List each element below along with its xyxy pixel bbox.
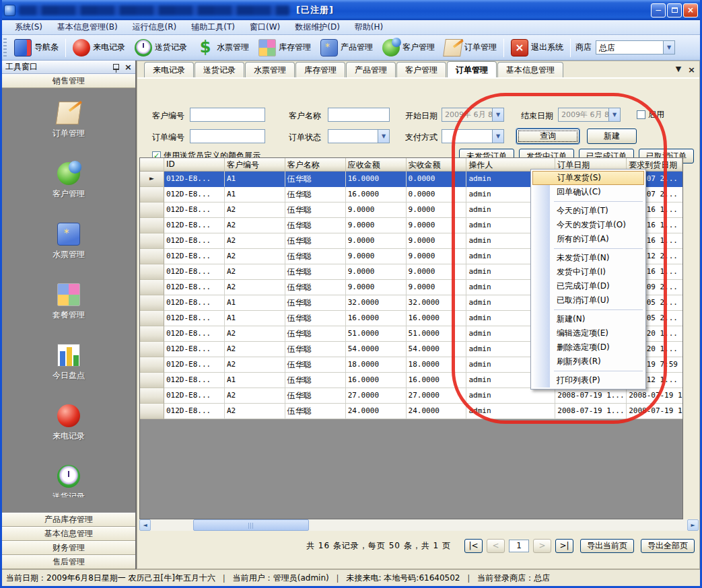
enable-checkbox[interactable]: 启用 (637, 109, 664, 120)
tab[interactable]: 来电记录 (144, 62, 194, 77)
order-status-select[interactable]: ▼ (328, 129, 390, 143)
last-page-button[interactable]: >| (555, 539, 573, 553)
row-selector[interactable] (140, 342, 164, 357)
grid-corner[interactable] (140, 158, 164, 172)
end-date-picker[interactable]: 2009年 6月 8日 ▼ (558, 108, 621, 122)
new-button[interactable]: 新建 (587, 128, 637, 144)
sidebar-item[interactable]: 今日盘点 (52, 344, 85, 381)
context-menu-item[interactable] (532, 307, 644, 312)
context-menu-item[interactable]: 今天的订单(T) (532, 204, 644, 218)
sidebar-section[interactable]: 产品库存管理 (2, 513, 135, 527)
toolbar-button[interactable]: 库存管理 (254, 38, 316, 58)
toolbar-button[interactable]: 产品管理 (316, 38, 378, 58)
first-page-button[interactable]: |< (464, 539, 483, 553)
menu-bar-item[interactable]: 辅助工具(T) (184, 20, 242, 34)
scroll-left-icon[interactable]: ◄ (139, 519, 151, 531)
tab[interactable]: 客户管理 (396, 62, 446, 77)
sidebar-close-icon[interactable]: × (125, 63, 132, 71)
shop-select[interactable]: 总店 ▼ (596, 40, 675, 54)
menu-bar-item[interactable]: 窗口(W) (242, 20, 287, 34)
tab[interactable]: 库存管理 (295, 62, 345, 77)
toolbar-button[interactable] (503, 38, 504, 57)
row-selector[interactable] (140, 203, 164, 218)
sidebar-section[interactable]: 基本信息管理 (2, 527, 135, 541)
row-selector[interactable] (140, 233, 164, 249)
row-selector[interactable] (140, 404, 164, 419)
toolbar-button[interactable]: 订单管理 (440, 38, 501, 58)
context-menu-item[interactable]: 编辑选定项(E) (532, 326, 644, 340)
row-selector[interactable]: ► (140, 172, 164, 187)
sidebar-section-sales[interactable]: 销售管理 (2, 74, 135, 88)
chevron-down-icon[interactable]: ▼ (608, 108, 620, 121)
prev-page-button[interactable]: < (487, 539, 505, 553)
toolbar-button[interactable]: 来电记录 (68, 38, 130, 58)
menu-bar-item[interactable]: 数据维护(D) (287, 20, 347, 34)
query-button[interactable]: 查询 (516, 128, 580, 144)
start-date-picker[interactable]: 2009年 6月 8日 ▼ (442, 108, 504, 122)
column-header[interactable]: 客户编号 (225, 158, 285, 172)
sidebar-item[interactable]: 订单管理 (52, 102, 85, 139)
pay-method-select[interactable]: ▼ (442, 129, 504, 143)
chevron-down-icon[interactable]: ▼ (378, 130, 389, 143)
sidebar-item[interactable]: 送货记录 (52, 465, 85, 497)
context-menu-item[interactable]: 打印列表(P) (532, 373, 644, 388)
minimize-button[interactable]: − (651, 3, 666, 17)
context-menu-item[interactable] (532, 246, 644, 251)
customer-name-input[interactable] (328, 108, 390, 122)
export-all-pages-button[interactable]: 导出全部页 (641, 539, 695, 553)
tab-close-icon[interactable]: × (688, 65, 695, 75)
sidebar-item[interactable]: 水票管理 (52, 223, 85, 260)
row-selector[interactable] (140, 311, 164, 326)
column-header[interactable]: 实收金额 (407, 158, 467, 172)
tab[interactable]: 产品管理 (346, 62, 396, 77)
next-page-button[interactable]: > (533, 539, 551, 553)
toolbar-button[interactable] (65, 38, 66, 57)
tab[interactable]: 订单管理 (447, 61, 497, 77)
context-menu-item[interactable]: 刷新列表(R) (532, 355, 644, 369)
tab-dropdown-icon[interactable]: ▼ (676, 65, 681, 75)
order-no-input[interactable] (190, 129, 265, 143)
column-header[interactable]: 应收金额 (346, 158, 407, 172)
toolbar-button[interactable]: 导航条 (9, 38, 63, 58)
maximize-button[interactable] (667, 3, 682, 17)
close-button[interactable]: × (683, 3, 698, 17)
context-menu-item[interactable]: 发货中订单(I) (532, 265, 644, 279)
scrollbar-thumb[interactable] (193, 519, 309, 531)
chevron-down-icon[interactable]: ▼ (663, 41, 674, 54)
column-header[interactable]: 客户名称 (285, 158, 346, 172)
context-menu-item[interactable] (532, 369, 644, 373)
context-menu-item[interactable]: 订单发货(S) (532, 171, 644, 185)
menu-bar-item[interactable]: 系统(S) (7, 20, 50, 34)
sidebar-section[interactable]: 售后管理 (2, 555, 135, 569)
context-menu-item[interactable]: 新建(N) (532, 312, 644, 326)
row-selector[interactable] (140, 218, 164, 233)
row-selector[interactable] (140, 280, 164, 295)
context-menu-item[interactable]: 未发货订单(N) (532, 251, 644, 265)
sidebar-item[interactable]: 客户管理 (52, 162, 85, 200)
scroll-right-icon[interactable]: ► (687, 519, 699, 531)
page-number-input[interactable] (509, 540, 529, 552)
row-selector[interactable] (140, 187, 164, 203)
export-current-page-button[interactable]: 导出当前页 (580, 539, 634, 553)
toolbar-button[interactable]: 退出系统 (506, 38, 568, 58)
sidebar-item[interactable]: 套餐管理 (52, 283, 85, 321)
tab[interactable]: 送货记录 (195, 62, 244, 77)
horizontal-scrollbar[interactable]: ◄ ► (139, 519, 699, 531)
row-selector[interactable] (140, 388, 164, 404)
customer-no-input[interactable] (190, 108, 265, 122)
context-menu-item[interactable]: 回单确认(C) (532, 185, 644, 199)
row-selector[interactable] (140, 373, 164, 388)
toolbar-grip[interactable] (3, 38, 7, 57)
chevron-down-icon[interactable]: ▼ (492, 130, 503, 143)
context-menu-item[interactable]: 今天的发货订单(O) (532, 218, 644, 232)
column-header[interactable]: ID (164, 158, 225, 172)
row-selector[interactable] (140, 249, 164, 264)
toolbar-button[interactable]: 送货记录 (130, 38, 192, 58)
menu-bar-item[interactable]: 基本信息管理(B) (50, 20, 125, 34)
sidebar-item[interactable]: 来电记录 (52, 404, 85, 442)
chevron-down-icon[interactable]: ▼ (492, 108, 503, 121)
table-row[interactable]: 012D-E8... A2 伍华聪 27.0000 27.0000 admin … (140, 388, 682, 404)
toolbar-button[interactable]: 水票管理 (192, 38, 254, 58)
row-selector[interactable] (140, 326, 164, 342)
pin-icon[interactable] (113, 64, 119, 70)
